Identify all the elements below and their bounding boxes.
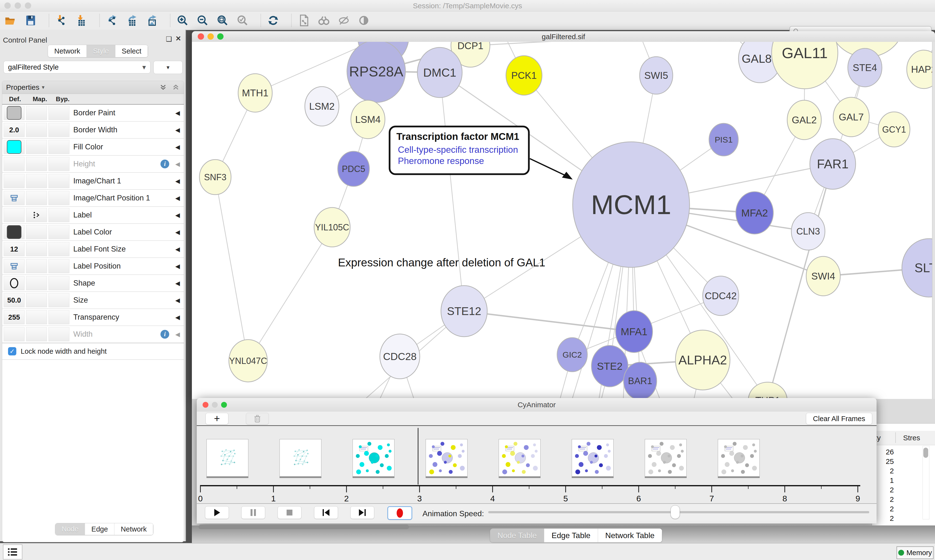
annotation-link[interactable]: Pheromone response — [398, 156, 484, 166]
default-value-swatch[interactable] — [7, 140, 22, 154]
expand-row-icon[interactable]: ◀ — [175, 109, 180, 117]
network-window-titlebar[interactable]: galFiltered.sif — [192, 31, 935, 42]
memory-button[interactable]: Memory — [896, 546, 933, 559]
skip-start-button[interactable] — [314, 506, 338, 519]
annotation-mcm1[interactable]: Transcription factor MCM1Cell-type-speci… — [338, 126, 573, 269]
property-row-image-chart-position-1[interactable]: Image/Chart Position 1◀ — [2, 190, 184, 207]
network-edge[interactable] — [440, 72, 464, 311]
network-node-ste4[interactable]: STE4 — [848, 48, 882, 87]
network-node-swi4[interactable]: SWI4 — [806, 256, 840, 296]
network-edge[interactable] — [248, 227, 332, 361]
annotation-link[interactable]: Cell-type-specific transcription — [398, 145, 518, 155]
network-node-rps28a[interactable]: RPS28A — [347, 42, 406, 102]
network-node-slt2[interactable]: SLT2 — [902, 238, 932, 297]
expand-row-icon[interactable]: ◀ — [175, 263, 180, 270]
expand-row-icon[interactable]: ◀ — [175, 246, 180, 253]
property-row-label-position[interactable]: Label Position◀ — [2, 258, 184, 275]
expand-row-icon[interactable]: ◀ — [175, 331, 180, 338]
network-node-cln3[interactable]: CLN3 — [792, 212, 825, 250]
network-node-gic2[interactable]: GIC2 — [557, 338, 587, 372]
style-tab-node[interactable]: Node — [55, 523, 85, 535]
network-node-ste12[interactable]: STE12 — [441, 286, 487, 337]
animation-speed-knob[interactable] — [671, 505, 680, 519]
network-node-gal2[interactable]: GAL2 — [787, 100, 821, 140]
expand-row-icon[interactable]: ◀ — [175, 143, 180, 151]
float-panel-icon[interactable]: ❑ — [166, 35, 172, 43]
lock-node-size-checkbox[interactable]: ✓ — [8, 347, 16, 355]
network-node-pck1[interactable]: PCK1 — [506, 56, 542, 95]
network-node-lsm2[interactable]: LSM2 — [305, 86, 339, 126]
network-node-ynl047c[interactable]: YNL047C — [229, 340, 267, 382]
network-node-pis1[interactable]: PIS1 — [709, 123, 738, 156]
table-scrollbar[interactable] — [923, 446, 929, 519]
expand-row-icon[interactable]: ◀ — [175, 297, 180, 304]
property-row-label-color[interactable]: Label Color◀ — [2, 224, 184, 241]
collapse-all-icon[interactable] — [172, 83, 180, 91]
network-node-gcy1[interactable]: GCY1 — [878, 112, 910, 147]
clear-all-frames-button[interactable]: Clear All Frames — [806, 413, 872, 425]
network-node-swi5[interactable]: SWI5 — [640, 57, 673, 94]
frame-thumbnail-3[interactable] — [426, 439, 468, 477]
zoom-selected-button[interactable] — [236, 14, 249, 27]
play-button[interactable] — [205, 506, 229, 519]
delete-frame-button[interactable] — [246, 413, 269, 425]
save-session-button[interactable] — [24, 14, 37, 27]
network-node-mcm1[interactable]: MCM1 — [573, 142, 690, 267]
network-node-cdc42[interactable]: CDC42 — [703, 276, 739, 315]
property-row-border-width[interactable]: 2.0Border Width◀ — [2, 122, 184, 138]
import-network-button[interactable] — [54, 14, 68, 27]
zoom-fit-button[interactable] — [216, 14, 229, 27]
cyanimator-titlebar[interactable]: CyAnimator — [197, 398, 876, 412]
style-tab-edge[interactable]: Edge — [85, 523, 114, 535]
tab-style[interactable]: Style — [87, 45, 115, 57]
open-session-folder-button[interactable] — [4, 14, 17, 27]
property-row-shape[interactable]: Shape◀ — [2, 275, 184, 292]
property-row-label-font-size[interactable]: 12Label Font Size◀ — [2, 241, 184, 258]
network-node-snf3[interactable]: SNF3 — [199, 160, 231, 195]
property-row-image-chart-1[interactable]: Image/Chart 1◀ — [2, 173, 184, 190]
network-node-lsm4[interactable]: LSM4 — [351, 100, 385, 138]
frame-thumbnail-7[interactable] — [718, 439, 760, 477]
zoom-in-button[interactable] — [176, 14, 190, 27]
expand-row-icon[interactable]: ◀ — [175, 195, 180, 202]
network-node-hap2[interactable]: HAP2 — [907, 50, 932, 89]
expand-row-icon[interactable]: ◀ — [175, 229, 180, 236]
update-view-button[interactable] — [266, 14, 280, 27]
property-row-label[interactable]: Label◀ — [2, 207, 184, 224]
network-node-ste2[interactable]: STE2 — [591, 345, 628, 387]
network-node-mfa1[interactable]: MFA1 — [616, 311, 653, 352]
info-icon[interactable]: i — [160, 330, 169, 338]
network-node-gal11[interactable]: GAL11 — [771, 42, 838, 89]
find-button[interactable] — [317, 14, 331, 27]
cyanimator-timeline[interactable]: 0123456789 Seconds — [197, 426, 876, 503]
tab-edge-table[interactable]: Edge Table — [544, 529, 598, 542]
property-row-border-paint[interactable]: Border Paint◀ — [2, 105, 184, 122]
property-row-width[interactable]: Widthi◀ — [2, 326, 184, 343]
hide-graphics-button[interactable] — [337, 14, 350, 27]
expand-row-icon[interactable]: ◀ — [175, 178, 180, 185]
panel-list-button[interactable] — [3, 545, 22, 560]
network-edge[interactable] — [215, 177, 248, 361]
info-icon[interactable]: i — [160, 160, 169, 168]
style-selector-dropdown[interactable]: galFiltered Style ▾ — [3, 61, 150, 74]
network-node-gal7[interactable]: GAL7 — [833, 97, 869, 137]
frame-thumbnail-2[interactable] — [353, 439, 395, 477]
default-value-swatch[interactable] — [7, 106, 22, 120]
network-node-dmc1[interactable]: DMC1 — [417, 48, 462, 98]
expand-row-icon[interactable]: ◀ — [175, 280, 180, 287]
property-row-size[interactable]: 50.0Size◀ — [2, 292, 184, 309]
network-canvas[interactable]: RPS28BDCP1RPS28ADMC1PCK1MTH1LSM2LSM4SNF3… — [192, 42, 932, 399]
expand-row-icon[interactable]: ◀ — [175, 314, 180, 321]
tab-select[interactable]: Select — [116, 45, 148, 57]
expand-row-icon[interactable]: ◀ — [175, 212, 180, 219]
style-options-button[interactable]: ▾ — [153, 61, 183, 74]
column-divider[interactable] — [895, 432, 896, 443]
stop-button[interactable] — [278, 506, 301, 519]
network-node-bar1[interactable]: BAR1 — [623, 362, 657, 399]
properties-header-label[interactable]: Properties — [6, 83, 39, 91]
network-node-alpha2[interactable]: ALPHA2 — [676, 330, 730, 390]
frame-thumbnail-1[interactable] — [279, 439, 321, 477]
network-node-mth1[interactable]: MTH1 — [238, 74, 272, 112]
skip-end-button[interactable] — [350, 506, 374, 519]
pause-button[interactable] — [241, 506, 265, 519]
